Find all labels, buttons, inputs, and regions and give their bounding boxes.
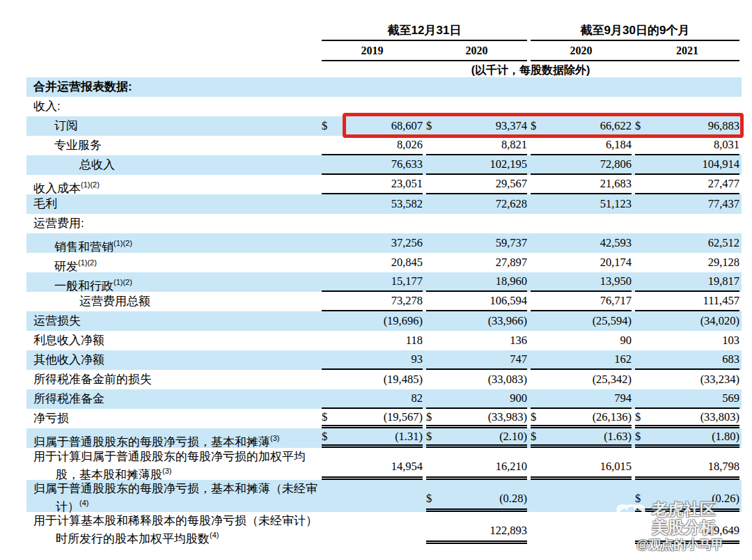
cell-value: 14,954 xyxy=(322,460,423,474)
value-cell-col1: 14,954 xyxy=(322,448,423,480)
row-label: 用于计算基本股和稀释股本的每股净亏损（未经审计）时所发行的股本加权平均股数(4) xyxy=(26,512,322,544)
cell-value: (26,136) xyxy=(536,410,632,424)
footnote-ref: (1)(2) xyxy=(81,180,100,189)
row-label: 所得税准备金前的损失 xyxy=(26,370,322,389)
value-cell-col1: (19,696) xyxy=(322,311,423,331)
cell-value: 20,845 xyxy=(322,256,423,270)
cell-value: 72,628 xyxy=(426,197,527,211)
row-label: 销售和营销(1)(2) xyxy=(26,233,322,253)
cell-value: 59,737 xyxy=(426,236,527,250)
highlight-box xyxy=(343,113,744,138)
value-cell-col1: $(1.31) xyxy=(322,428,423,448)
cell-value: 90 xyxy=(531,334,632,348)
value-cell-col4: $(1.80) xyxy=(635,428,739,448)
year-col-4: 2021 xyxy=(635,42,739,59)
value-cell-col3: 72,806 xyxy=(531,155,632,175)
value-cell-col3: (25,342) xyxy=(531,370,632,389)
row-label: 归属于普通股股东的每股净亏损，基本和摊薄(3) xyxy=(26,428,322,448)
cell-value: 15,177 xyxy=(322,274,423,288)
table-row-loss-before-income-tax: 所得税准备金前的损失(19,485)(33,083)(25,342)(33,23… xyxy=(0,370,752,389)
value-cell-col2: 106,594 xyxy=(426,292,527,311)
value-cell-col3: 16,015 xyxy=(531,448,632,480)
value-cell-col3: 21,683 xyxy=(531,175,632,194)
dollar-sign: $ xyxy=(426,430,432,444)
footnote-ref: (4) xyxy=(79,499,88,507)
value-cell-col3: 76,717 xyxy=(531,292,632,311)
row-label: 所得税准备金 xyxy=(26,389,322,409)
cell-value: 27,477 xyxy=(635,177,739,191)
financial-table: 合并运营报表数据:收入:订阅$68,607$93,374$66,622$96,8… xyxy=(0,77,752,544)
value-cell-col4: 103 xyxy=(635,331,739,350)
cell-value: 794 xyxy=(531,391,632,405)
header-rule-group1 xyxy=(322,40,527,41)
value-cell-col3: $(1.63) xyxy=(531,428,632,448)
cell-value: 42,593 xyxy=(531,236,632,250)
cell-value: (2.10) xyxy=(432,430,527,444)
value-cell-col3: 794 xyxy=(531,389,632,409)
cell-value: 122,893 xyxy=(426,524,527,538)
value-cell-col2: 122,893 xyxy=(426,512,527,544)
row-label: 合并运营报表数据: xyxy=(26,77,322,97)
value-cell-col3: 42,593 xyxy=(531,233,632,253)
cell-value: (1.63) xyxy=(536,430,632,444)
cell-value: (19,567) xyxy=(327,410,423,424)
cell-value: 53,582 xyxy=(322,197,423,211)
value-cell-col1: 73,278 xyxy=(322,292,423,311)
table-row-general-and-administrative: 一般和行政(1)(2)15,17718,96013,95019,817 xyxy=(0,272,752,292)
cell-value: (25,342) xyxy=(531,373,632,387)
table-row-research-and-development: 研发(1)(2)20,84527,89720,17429,128 xyxy=(0,253,752,272)
year-col-3: 2020 xyxy=(531,42,632,59)
value-cell-col1: (19,485) xyxy=(322,370,423,389)
cell-value: 16,210 xyxy=(426,460,527,474)
table-row-cost-of-revenue: 收入成本(1)(2)23,05129,56721,68327,477 xyxy=(0,175,752,194)
period-group-1-label: 截至12月31日 xyxy=(322,22,527,39)
row-label: 专业服务 xyxy=(26,136,322,155)
value-cell-col3 xyxy=(531,77,632,97)
cell-value: (33,983) xyxy=(432,410,527,424)
value-cell-col1: 20,845 xyxy=(322,253,423,272)
value-cell-col3: 13,950 xyxy=(531,272,632,292)
value-cell-col2: $(0.28) xyxy=(426,480,527,512)
dollar-sign: $ xyxy=(426,410,432,424)
row-label: 净亏损 xyxy=(26,409,322,428)
value-cell-col3 xyxy=(531,214,632,233)
value-cell-col4: 29,128 xyxy=(635,253,739,272)
year-rule-group2 xyxy=(531,60,739,61)
row-label: 总收入 xyxy=(26,155,322,175)
row-label: 收入: xyxy=(26,97,322,116)
cell-value: (0.28) xyxy=(432,492,527,506)
value-cell-col1 xyxy=(322,214,423,233)
value-cell-col4: (33,234) xyxy=(635,370,739,389)
value-cell-col4: 18,798 xyxy=(635,448,739,480)
value-cell-col2: 59,737 xyxy=(426,233,527,253)
cell-value: (1.80) xyxy=(641,430,739,444)
value-cell-col2: 102,195 xyxy=(426,155,527,175)
row-label: 收入成本(1)(2) xyxy=(26,175,322,194)
dollar-sign: $ xyxy=(531,410,536,424)
value-cell-col1: 82 xyxy=(322,389,423,409)
dollar-sign: $ xyxy=(426,492,432,506)
row-label: 利息收入净额 xyxy=(26,331,322,350)
cell-value: 29,128 xyxy=(635,256,739,270)
cell-value: (19,696) xyxy=(322,314,423,328)
value-cell-col2: (33,083) xyxy=(426,370,527,389)
value-cell-col1: 53,582 xyxy=(322,194,423,214)
cell-value: 29,567 xyxy=(426,177,527,191)
value-cell-col3: $(26,136) xyxy=(531,409,632,428)
cell-value: 103 xyxy=(635,334,739,348)
table-row-section-title: 合并运营报表数据: xyxy=(0,77,752,97)
cell-value: 8,031 xyxy=(635,138,739,152)
value-cell-col2 xyxy=(426,77,527,97)
table-row-other-income-net: 其他收入净额93747162683 xyxy=(0,350,752,370)
value-cell-col3: 51,123 xyxy=(531,194,632,214)
value-cell-col1: 93 xyxy=(322,350,423,370)
cell-value: 19,817 xyxy=(635,274,739,288)
cell-value: 18,960 xyxy=(426,274,527,288)
year-col-2: 2020 xyxy=(426,42,527,59)
value-cell-col1: 15,177 xyxy=(322,272,423,292)
footnote-ref: (3) xyxy=(270,434,279,442)
value-cell-col1 xyxy=(322,77,423,97)
cell-value: 162 xyxy=(531,352,632,366)
cell-value: (1.31) xyxy=(327,430,423,444)
value-cell-col1: 23,051 xyxy=(322,175,423,194)
